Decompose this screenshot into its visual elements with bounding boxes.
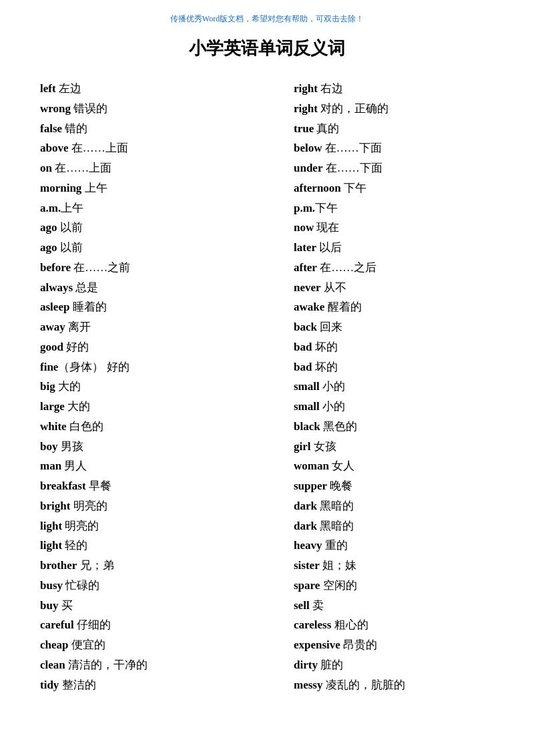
word-item-left-30: tidy 整洁的: [40, 675, 260, 695]
word-cn-left-7: 以前: [57, 221, 83, 234]
word-cn-right-15: 小的: [320, 380, 345, 393]
word-item-right-20: supper 晚餐: [274, 476, 494, 496]
word-en-right-7: now: [294, 221, 314, 234]
word-cn-left-21: 明亮的: [70, 500, 107, 512]
word-item-left-0: left 左边: [40, 79, 260, 99]
word-item-right-5: afternoon 下午: [274, 178, 494, 198]
word-cn-left-12: 离开: [65, 321, 91, 333]
word-item-left-8: ago 以前: [40, 238, 260, 258]
word-cn-left-20: 早餐: [86, 480, 111, 492]
word-item-left-25: busy 忙碌的: [40, 576, 260, 596]
word-en-right-9: after: [294, 261, 317, 274]
word-item-right-9: after 在……之后: [274, 258, 494, 278]
word-cn-right-30: 凌乱的，肮脏的: [322, 679, 405, 691]
word-en-left-26: buy: [40, 599, 58, 612]
word-cn-left-14: （身体） 好的: [58, 361, 129, 373]
word-en-left-21: bright: [40, 500, 70, 512]
word-item-left-1: wrong 错误的: [40, 99, 260, 119]
word-cn-left-13: 好的: [63, 341, 89, 353]
word-en-left-5: morning: [40, 182, 81, 194]
word-cn-right-20: 晚餐: [327, 480, 352, 492]
word-item-right-22: dark 黑暗的: [274, 516, 494, 536]
word-cn-right-21: 黑暗的: [317, 500, 354, 512]
word-en-right-18: girl: [294, 440, 311, 453]
word-cn-left-25: 忙碌的: [63, 579, 99, 592]
word-cn-left-17: 白色的: [67, 420, 103, 433]
word-en-right-20: supper: [294, 480, 327, 492]
word-cn-right-27: 粗心的: [331, 618, 368, 631]
word-en-right-8: later: [294, 241, 316, 254]
word-item-left-21: bright 明亮的: [40, 496, 260, 516]
word-item-left-26: buy 买: [40, 596, 260, 616]
word-cn-left-2: 错的: [62, 122, 87, 135]
word-en-left-24: brother: [40, 559, 77, 572]
word-cn-right-19: 女人: [329, 459, 354, 472]
word-cn-left-11: 睡着的: [69, 301, 106, 313]
word-cn-right-6: 下午: [315, 202, 338, 214]
word-en-left-1: wrong: [40, 102, 71, 115]
word-item-left-13: good 好的: [40, 337, 260, 357]
word-en-right-3: below: [294, 142, 322, 154]
word-en-right-22: dark: [294, 520, 317, 532]
watermark: 传播优秀Word版文档，希望对您有帮助，可双击去除！: [40, 13, 494, 25]
word-cn-left-0: 左边: [56, 82, 81, 95]
word-item-right-21: dark 黑暗的: [274, 496, 494, 516]
word-item-right-24: sister 姐；妹: [274, 556, 494, 576]
word-en-left-0: left: [40, 82, 56, 95]
word-en-left-17: white: [40, 420, 67, 433]
word-cn-left-30: 整洁的: [59, 679, 95, 691]
word-en-left-15: big: [40, 380, 55, 393]
word-cn-right-18: 女孩: [311, 440, 336, 453]
word-cn-right-17: 黑色的: [320, 420, 357, 433]
word-en-right-19: woman: [294, 459, 329, 472]
word-item-right-13: bad 坏的: [274, 337, 494, 357]
word-item-right-28: expensive 昂贵的: [274, 635, 494, 655]
word-en-left-13: good: [40, 341, 63, 353]
word-cn-left-6: 上午: [61, 202, 83, 214]
word-item-left-11: asleep 睡着的: [40, 297, 260, 317]
word-en-right-17: black: [294, 420, 320, 433]
word-item-right-12: back 回来: [274, 317, 494, 337]
word-item-left-12: away 离开: [40, 317, 260, 337]
word-cn-left-4: 在……上面: [52, 162, 111, 174]
word-item-left-17: white 白色的: [40, 417, 260, 437]
word-item-left-10: always 总是: [40, 278, 260, 298]
word-en-right-25: spare: [294, 579, 320, 592]
word-item-left-4: on 在……上面: [40, 158, 260, 178]
word-cn-left-27: 仔细的: [74, 618, 111, 631]
word-en-left-6: a.m.: [40, 202, 61, 214]
word-cn-right-2: 真的: [314, 122, 339, 135]
word-cn-right-23: 重的: [322, 539, 348, 552]
word-en-right-26: sell: [294, 599, 310, 612]
word-en-left-18: boy: [40, 440, 57, 453]
word-item-right-2: true 真的: [274, 119, 494, 139]
word-cn-right-28: 昂贵的: [340, 638, 377, 651]
word-en-left-8: ago: [40, 241, 57, 254]
word-cn-left-8: 以前: [57, 241, 83, 254]
word-en-right-28: expensive: [294, 638, 340, 651]
word-item-left-27: careful 仔细的: [40, 615, 260, 635]
word-en-right-29: dirty: [294, 658, 318, 671]
word-en-left-9: before: [40, 261, 71, 274]
word-item-right-15: small 小的: [274, 377, 494, 397]
word-cn-left-9: 在……之前: [71, 261, 130, 274]
word-en-right-27: careless: [294, 618, 331, 631]
word-item-right-0: right 右边: [274, 79, 494, 99]
page-title: 小学英语单词反义词: [40, 37, 494, 60]
word-cn-right-11: 醒着的: [324, 301, 361, 313]
word-en-right-4: under: [294, 162, 322, 174]
word-cn-left-10: 总是: [73, 281, 98, 294]
word-item-left-7: ago 以前: [40, 218, 260, 238]
word-en-right-21: dark: [294, 500, 317, 512]
word-item-left-20: breakfast 早餐: [40, 476, 260, 496]
word-en-right-2: true: [294, 122, 314, 135]
word-en-right-23: heavy: [294, 539, 322, 552]
word-cn-right-1: 对的，正确的: [318, 102, 388, 115]
word-en-left-22: light: [40, 520, 62, 532]
word-cn-right-13: 坏的: [312, 341, 337, 353]
word-item-right-3: below 在……下面: [274, 138, 494, 158]
word-cn-right-9: 在……之后: [317, 261, 376, 274]
word-en-left-14: fine: [40, 361, 58, 373]
word-item-left-16: large 大的: [40, 397, 260, 417]
word-item-right-7: now 现在: [274, 218, 494, 238]
